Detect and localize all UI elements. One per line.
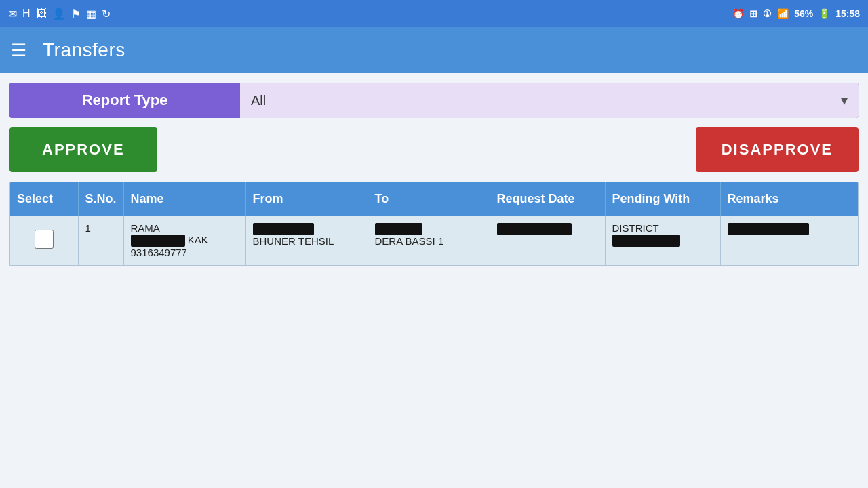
row-to: DERA BASSI 1 <box>368 216 490 266</box>
col-header-remarks: Remarks <box>720 182 858 216</box>
report-type-label: Report Type <box>9 83 240 118</box>
row-remarks <box>720 216 858 266</box>
report-type-row: Report Type All Pending Approved Disappr… <box>9 83 859 118</box>
col-header-request-date: Request Date <box>490 182 605 216</box>
main-content: Report Type All Pending Approved Disappr… <box>0 73 868 276</box>
row-sno: 1 <box>78 216 123 266</box>
battery-level: 56% <box>794 8 813 19</box>
col-header-name: Name <box>123 182 245 216</box>
table-row: 1 RAMA KAK 9316349777 BHUNER TEHSIL DERA… <box>10 216 858 266</box>
row-from: BHUNER TEHSIL <box>245 216 368 266</box>
alarm-icon: ⏰ <box>732 8 744 19</box>
row-name: RAMA KAK 9316349777 <box>123 216 245 266</box>
col-header-to: To <box>368 182 490 216</box>
mail-icon: ✉ <box>8 7 17 20</box>
report-type-select[interactable]: All Pending Approved Disapproved <box>251 93 848 108</box>
person-icon: 👤 <box>52 7 66 20</box>
row-checkbox[interactable] <box>35 230 54 249</box>
row-select-cell <box>10 216 78 266</box>
image-icon: 🖼 <box>36 7 47 20</box>
status-right: ⏰ ⊞ ① 📶 56% 🔋 15:58 <box>732 8 860 19</box>
col-header-pending-with: Pending With <box>605 182 720 216</box>
nav-bar: ☰ Transfers <box>0 27 868 73</box>
status-bar: ✉ H 🖼 👤 ⚑ ▦ ↻ ⏰ ⊞ ① 📶 56% 🔋 15:58 <box>0 0 868 27</box>
flag-icon: ⚑ <box>71 7 81 20</box>
col-header-from: From <box>245 182 368 216</box>
table-header-row: Select S.No. Name From To Request Date P… <box>10 182 858 216</box>
approve-button[interactable]: APPROVE <box>9 127 157 172</box>
refresh-icon: ↻ <box>102 7 111 20</box>
col-header-sno: S.No. <box>78 182 123 216</box>
transfers-table-wrap: Select S.No. Name From To Request Date P… <box>9 182 859 266</box>
clock: 15:58 <box>835 8 860 19</box>
signal-icon: 📶 <box>777 8 789 19</box>
row-request-date <box>490 216 605 266</box>
col-header-select: Select <box>10 182 78 216</box>
row-pending-with: DISTRICT <box>605 216 720 266</box>
hamburger-menu[interactable]: ☰ <box>11 40 26 61</box>
wifi-icon: ① <box>763 8 772 19</box>
action-buttons-row: APPROVE DISAPPROVE <box>9 127 859 172</box>
disapprove-button[interactable]: DISAPPROVE <box>696 127 859 172</box>
page-title: Transfers <box>43 39 125 61</box>
chip-icon: ▦ <box>86 7 96 20</box>
report-type-select-wrap: All Pending Approved Disapproved ▾ <box>240 83 859 118</box>
transfers-table: Select S.No. Name From To Request Date P… <box>10 182 858 266</box>
battery-icon: 🔋 <box>818 8 830 19</box>
status-icons-left: ✉ H 🖼 👤 ⚑ ▦ ↻ <box>8 7 111 20</box>
network-icon: ⊞ <box>749 8 757 19</box>
h-icon: H <box>22 7 31 20</box>
